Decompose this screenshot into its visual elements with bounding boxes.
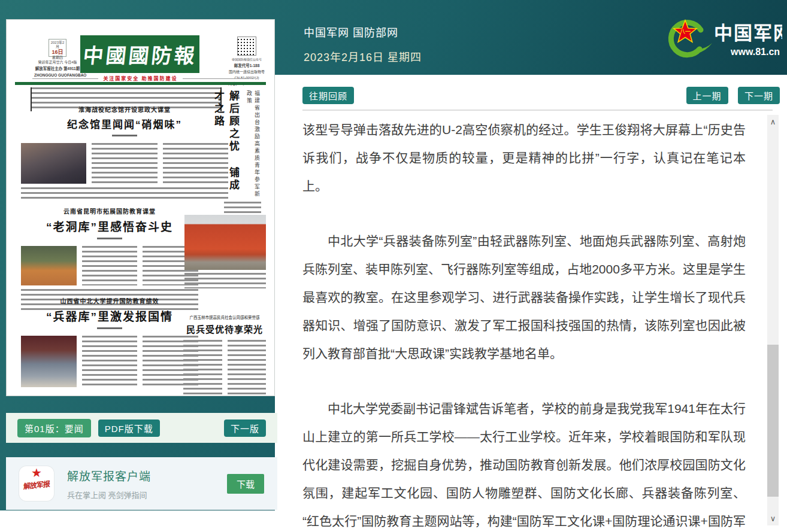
edition-button[interactable]: 第01版：要闻	[17, 419, 91, 437]
masthead-rule	[15, 82, 266, 85]
qr-code-icon	[237, 37, 256, 56]
app-download-button[interactable]: 下载	[227, 474, 264, 494]
article-body[interactable]: 该型号导弹击落敌先进的U-2高空侦察机的经过。学生王俊翔将大屏幕上“历史告诉我们…	[302, 115, 746, 532]
app-promo-title: 解放军报客户端	[67, 467, 227, 484]
byline	[112, 135, 137, 138]
site-header: 中国军网 国防部网 2023年2月16日 星期四	[304, 24, 422, 64]
prev-issue-button[interactable]: 上一期	[686, 87, 728, 104]
paper-date-box: 2023年2月 16日 星期四	[49, 39, 66, 57]
scrollbar-track[interactable]: ∧ ∨	[767, 115, 779, 525]
masthead-left-info: 2023年2月 16日 星期四 癸卯年正月廿六 今日4版 解放军报社主办 第49…	[34, 39, 81, 78]
svg-text:八一: 八一	[679, 29, 691, 35]
site-logo[interactable]: 八一 中国军网 www.81.cn	[654, 12, 782, 66]
article-paragraph: 该型号导弹击落敌先进的U-2高空侦察机的经过。学生王俊翔将大屏幕上“历史告诉我们…	[302, 115, 746, 200]
next-issue-button[interactable]: 下一期	[738, 87, 780, 104]
article-paragraph: 中北大学党委副书记雷锋斌告诉笔者，学校的前身是我党我军1941年在太行山上建立的…	[302, 394, 746, 532]
scrollbar-thumb[interactable]	[767, 345, 779, 497]
paper-article-3: 山西省中北大学提升国防教育绩效 “兵器库”里激发报国情	[21, 296, 198, 387]
byline	[97, 327, 122, 331]
byline	[97, 238, 122, 241]
scroll-up-icon[interactable]: ∧	[767, 116, 779, 127]
memorial-photo	[21, 143, 86, 184]
edition-nav-bar: 第01版：要闻 PDF版下载 下一版	[6, 413, 277, 443]
logo-wordmark: 中国军网	[714, 23, 782, 44]
site-title: 中国军网 国防部网	[304, 24, 422, 39]
soldiers-photo	[21, 336, 77, 387]
article-panel: 往期回顾 上一期 下一期 该型号导弹击落敌先进的U-2高空侦察机的经过。学生王俊…	[275, 75, 787, 532]
paper-photo-column	[184, 215, 266, 288]
truck-photo	[184, 215, 266, 270]
paper-article-vertical: 福建省出台激励高素质青年参军新政策 解后顾之忧 铺成才之路	[211, 90, 261, 198]
site-date: 2023年2月16日 星期四	[304, 48, 422, 64]
app-promo-panel: ★ 解放军报 解放军报客户端 兵在掌上阅 亮剑弹指间 下载	[6, 457, 277, 510]
scroll-down-icon[interactable]: ∨	[767, 513, 779, 524]
group-photo	[21, 246, 77, 285]
next-edition-button[interactable]: 下一版	[224, 419, 266, 437]
logo-url: www.81.cn	[730, 47, 780, 57]
article-paragraph: 中北大学“兵器装备陈列室”由轻武器陈列室、地面炮兵武器陈列室、高射炮兵陈列室、装…	[302, 227, 746, 367]
newspaper-front-page[interactable]: 2023年2月 16日 星期四 癸卯年正月廿六 今日4版 解放军报社主办 第49…	[6, 19, 275, 396]
toolbar-divider	[302, 110, 773, 111]
app-promo-subtitle: 兵在掌上阅 亮剑弹指间	[67, 489, 227, 500]
issue-toolbar: 往期回顾 上一期 下一期	[302, 87, 780, 103]
past-issues-button[interactable]: 往期回顾	[302, 87, 354, 104]
paper-masthead: 中國國防報	[80, 35, 199, 73]
paper-slogan: 关注国家安全 助推国防建设	[7, 75, 274, 81]
pla-daily-app-icon: ★ 解放军报	[19, 466, 54, 501]
paper-article-1: 淮海战役纪念馆开设思政大课堂 纪念馆里闻闻“硝烟味”	[21, 105, 228, 200]
paper-article-4: 广西玉林市提高民兵社会认同感和荣誉感 民兵受优待享荣光	[183, 314, 266, 397]
pdf-download-button[interactable]: PDF版下载	[98, 419, 160, 437]
